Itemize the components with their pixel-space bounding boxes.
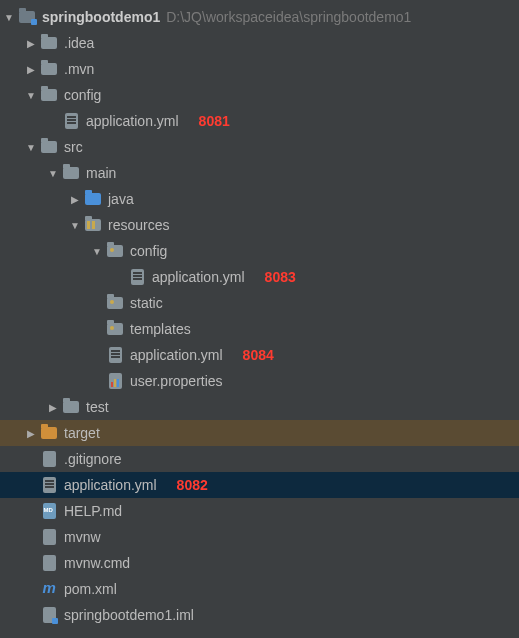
chevron-right-icon[interactable]: ▶ bbox=[48, 402, 58, 413]
folder-icon bbox=[40, 34, 58, 52]
tree-node-templates[interactable]: ▶ templates bbox=[0, 316, 519, 342]
module-folder-icon bbox=[18, 8, 36, 26]
chevron-down-icon[interactable]: ▼ bbox=[4, 12, 14, 23]
chevron-right-icon[interactable]: ▶ bbox=[26, 64, 36, 75]
tree-node-src[interactable]: ▼ src bbox=[0, 134, 519, 160]
chevron-down-icon[interactable]: ▼ bbox=[26, 90, 36, 101]
node-label: .mvn bbox=[64, 61, 94, 77]
node-label: application.yml bbox=[64, 477, 157, 493]
package-folder-icon bbox=[106, 320, 124, 338]
tree-node-root-app-yml[interactable]: ▶ application.yml 8082 bbox=[0, 472, 519, 498]
chevron-down-icon[interactable]: ▼ bbox=[92, 246, 102, 257]
node-label: application.yml bbox=[86, 113, 179, 129]
text-file-icon bbox=[40, 528, 58, 546]
tree-node-config-app-yml[interactable]: ▶ application.yml 8081 bbox=[0, 108, 519, 134]
yml-file-icon bbox=[62, 112, 80, 130]
chevron-down-icon[interactable]: ▼ bbox=[70, 220, 80, 231]
tree-node-target[interactable]: ▶ target bbox=[0, 420, 519, 446]
node-label: java bbox=[108, 191, 134, 207]
node-label: main bbox=[86, 165, 116, 181]
tree-node-mvnw[interactable]: ▶ mvnw bbox=[0, 524, 519, 550]
node-label: HELP.md bbox=[64, 503, 122, 519]
root-path: D:\JQ\workspaceidea\springbootdemo1 bbox=[166, 9, 411, 25]
node-label: target bbox=[64, 425, 100, 441]
folder-icon bbox=[62, 164, 80, 182]
node-label: user.properties bbox=[130, 373, 223, 389]
node-label: config bbox=[64, 87, 101, 103]
tree-node-main[interactable]: ▼ main bbox=[0, 160, 519, 186]
node-label: config bbox=[130, 243, 167, 259]
tree-node-res-config[interactable]: ▼ config bbox=[0, 238, 519, 264]
node-label: mvnw bbox=[64, 529, 101, 545]
tree-node-config[interactable]: ▼ config bbox=[0, 82, 519, 108]
node-label: templates bbox=[130, 321, 191, 337]
tree-node-root[interactable]: ▼ springbootdemo1 D:\JQ\workspaceidea\sp… bbox=[0, 4, 519, 30]
project-tree: ▼ springbootdemo1 D:\JQ\workspaceidea\sp… bbox=[0, 0, 519, 628]
root-label: springbootdemo1 bbox=[42, 9, 160, 25]
tree-node-res-app-yml[interactable]: ▶ application.yml 8084 bbox=[0, 342, 519, 368]
tree-node-iml[interactable]: ▶ springbootdemo1.iml bbox=[0, 602, 519, 628]
tree-node-res-config-app-yml[interactable]: ▶ application.yml 8083 bbox=[0, 264, 519, 290]
node-label: application.yml bbox=[152, 269, 245, 285]
yml-file-icon bbox=[40, 476, 58, 494]
chevron-right-icon[interactable]: ▶ bbox=[26, 38, 36, 49]
port-annotation: 8083 bbox=[265, 269, 296, 285]
text-file-icon bbox=[40, 554, 58, 572]
node-label: pom.xml bbox=[64, 581, 117, 597]
maven-file-icon bbox=[40, 580, 58, 598]
folder-icon bbox=[40, 138, 58, 156]
port-annotation: 8082 bbox=[177, 477, 208, 493]
resources-folder-icon bbox=[84, 216, 102, 234]
chevron-down-icon[interactable]: ▼ bbox=[26, 142, 36, 153]
markdown-file-icon bbox=[40, 502, 58, 520]
tree-node-java[interactable]: ▶ java bbox=[0, 186, 519, 212]
source-folder-icon bbox=[84, 190, 102, 208]
tree-node-mvn[interactable]: ▶ .mvn bbox=[0, 56, 519, 82]
node-label: static bbox=[130, 295, 163, 311]
package-folder-icon bbox=[106, 294, 124, 312]
chevron-down-icon[interactable]: ▼ bbox=[48, 168, 58, 179]
yml-file-icon bbox=[128, 268, 146, 286]
tree-node-static[interactable]: ▶ static bbox=[0, 290, 519, 316]
iml-file-icon bbox=[40, 606, 58, 624]
chevron-right-icon[interactable]: ▶ bbox=[70, 194, 80, 205]
node-label: springbootdemo1.iml bbox=[64, 607, 194, 623]
node-label: mvnw.cmd bbox=[64, 555, 130, 571]
node-label: application.yml bbox=[130, 347, 223, 363]
node-label: resources bbox=[108, 217, 169, 233]
node-label: .gitignore bbox=[64, 451, 122, 467]
folder-icon bbox=[62, 398, 80, 416]
folder-icon bbox=[40, 86, 58, 104]
tree-node-user-properties[interactable]: ▶ user.properties bbox=[0, 368, 519, 394]
tree-node-help-md[interactable]: ▶ HELP.md bbox=[0, 498, 519, 524]
port-annotation: 8081 bbox=[199, 113, 230, 129]
tree-node-gitignore[interactable]: ▶ .gitignore bbox=[0, 446, 519, 472]
port-annotation: 8084 bbox=[243, 347, 274, 363]
text-file-icon bbox=[40, 450, 58, 468]
tree-node-test[interactable]: ▶ test bbox=[0, 394, 519, 420]
node-label: src bbox=[64, 139, 83, 155]
node-label: .idea bbox=[64, 35, 94, 51]
tree-node-resources[interactable]: ▼ resources bbox=[0, 212, 519, 238]
properties-file-icon bbox=[106, 372, 124, 390]
package-folder-icon bbox=[106, 242, 124, 260]
tree-node-idea[interactable]: ▶ .idea bbox=[0, 30, 519, 56]
yml-file-icon bbox=[106, 346, 124, 364]
tree-node-pom-xml[interactable]: ▶ pom.xml bbox=[0, 576, 519, 602]
excluded-folder-icon bbox=[40, 424, 58, 442]
tree-node-mvnw-cmd[interactable]: ▶ mvnw.cmd bbox=[0, 550, 519, 576]
folder-icon bbox=[40, 60, 58, 78]
node-label: test bbox=[86, 399, 109, 415]
chevron-right-icon[interactable]: ▶ bbox=[26, 428, 36, 439]
